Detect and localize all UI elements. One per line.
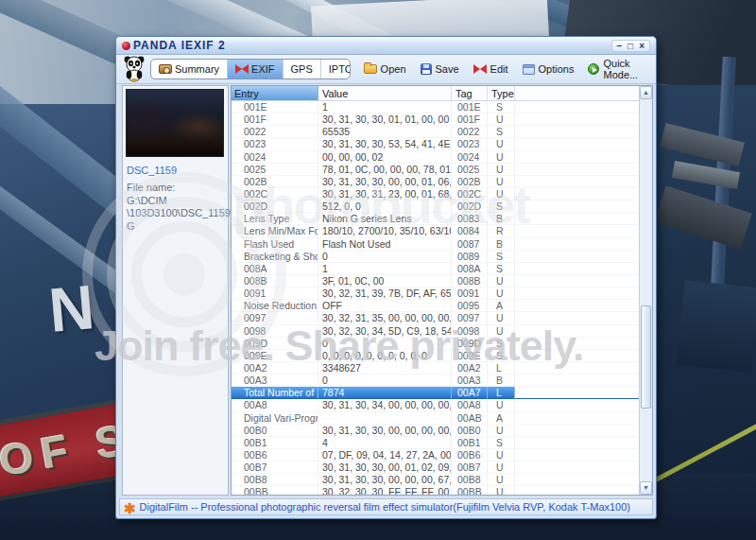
table-row[interactable]: 00B030, 31, 30, 30, 00, 00, 00, 00, 00, … [232,425,639,437]
cell-value: 0 [318,251,452,263]
cell-value: 4 [318,437,452,449]
cell-filler [515,338,639,350]
table-row[interactable]: 002C30, 31, 30, 31, 23, 00, 01, 68, 00, … [232,188,639,200]
cell-filler [515,325,639,338]
table-row[interactable]: 001F30, 31, 30, 30, 01, 01, 00, 00001FU [232,113,639,126]
cell-type: B [488,238,515,251]
cell-entry: Noise Reduction [232,300,318,312]
cell-filler [515,126,639,138]
cell-entry: 008B [232,275,318,287]
table-row[interactable]: Lens Min/Max Foc...180/10, 2700/10, 35/1… [232,225,639,237]
cell-tag: 00B6 [452,449,488,462]
table-row[interactable]: 00A3000A3B [232,375,639,387]
cell-tag: 00A3 [452,375,488,387]
cell-value: 30, 31, 30, 30, 00, 00, 00, 67, 04, ... [318,474,452,486]
cell-type: U [488,449,515,462]
save-button[interactable]: Save [421,63,459,75]
cell-filler [515,238,639,251]
table-row[interactable]: 008B3F, 01, 0C, 00008BU [232,275,639,287]
column-header-tag[interactable]: Tag [452,86,488,100]
cell-filler [515,176,639,188]
cell-filler [515,101,639,113]
table-row[interactable]: 002D512, 0, 0002DS [232,200,639,213]
table-row[interactable]: 00B607, DF, 09, 04, 14, 27, 2A, 0000B6U [232,449,639,462]
cell-filler [515,362,639,375]
cell-type: U [488,176,515,188]
cell-value: 30, 32, 30, 30, FF, FF, FF, 00 [318,486,452,495]
tab-gps[interactable]: GPS [284,60,321,78]
cell-filler [515,399,639,411]
table-row[interactable]: 00A830, 31, 30, 34, 00, 00, 00, 00, 00, … [232,399,639,411]
tab-iptc[interactable]: IPTC [321,60,351,78]
edit-button[interactable]: Edit [473,63,508,75]
scrollbar-thumb[interactable] [641,305,651,409]
table-row[interactable]: 00B1400B1S [232,437,639,449]
cell-entry: 0024 [232,151,318,164]
cell-tag: 009E [452,350,488,362]
vertical-scrollbar[interactable]: ▲ ▼ [639,86,652,495]
tab-summary[interactable]: Summary [151,60,228,78]
cell-type: S [488,126,515,138]
open-button[interactable]: Open [364,63,406,75]
cell-entry: 00A8 [232,399,318,411]
table-row[interactable]: 009E0, 0, 0, 0, 0, 0, 0, 0, 0, 0009ES [232,350,639,362]
side-panel: DSC_1159 File name:G:\DCIM\103D3100\DSC_… [122,85,229,496]
table-row[interactable]: 0022655350022S [232,126,639,138]
cell-filler [515,387,639,399]
cell-filler [515,486,639,495]
table-row[interactable]: 008A1008AS [232,263,639,275]
cell-value: 180/10, 2700/10, 35/10, 63/10 [318,225,452,237]
cell-value: Nikon G series Lens [318,213,452,225]
cell-type: B [488,375,515,387]
table-row[interactable]: 001E1001ES [232,101,639,113]
table-body: 001E1001ES001F30, 31, 30, 30, 01, 01, 00… [232,101,639,495]
table-row[interactable]: 002578, 01, 0C, 00, 00, 00, 78, 01, 0C, … [232,164,639,176]
table-row[interactable]: 009130, 32, 31, 39, 7B, DF, AF, 65, 73, … [232,287,639,300]
cell-entry: 0022 [232,126,318,138]
scroll-down-icon[interactable]: ▼ [640,481,652,495]
column-header-entry[interactable]: Entry [232,86,318,100]
quick-mode-button[interactable]: Quick Mode... [588,58,652,80]
table-row[interactable]: Total Number of S...787400A7L [232,387,639,399]
table-row[interactable]: 002B30, 31, 30, 30, 00, 00, 01, 06, 00, … [232,176,639,188]
close-button[interactable]: × [639,41,644,51]
options-button[interactable]: Options [523,63,575,75]
table-row[interactable]: 002330, 31, 30, 30, 53, 54, 41, 4E, 44, … [232,138,639,150]
scroll-up-icon[interactable]: ▲ [640,86,652,99]
table-row[interactable]: Digital Vari-Program00ABA [232,412,639,425]
quick-mode-icon [588,63,599,75]
minimize-button[interactable]: – [617,41,623,51]
cell-entry: 002C [232,188,318,200]
maximize-button[interactable]: □ [627,41,633,51]
table-row[interactable]: Lens TypeNikon G series Lens0083B [232,213,639,225]
table-row[interactable]: 002400, 00, 00, 020024U [232,151,639,164]
screenshot-stage: N OF SC PANDA IEXIF 2 – □ × [0,0,756,540]
tab-exif[interactable]: EXIF [228,60,283,78]
cell-tag: 00B8 [452,474,488,486]
cell-filler [515,437,639,449]
table-row[interactable]: Flash UsedFlash Not Used0087B [232,238,639,251]
title-bar[interactable]: PANDA IEXIF 2 – □ × [116,37,656,55]
cell-tag: 0023 [452,138,488,150]
table-row[interactable]: 00BB30, 32, 30, 30, FF, FF, FF, 0000BBU [232,486,639,495]
column-header-type[interactable]: Type [488,86,515,100]
table-row[interactable]: Bracketing & Shoo...00089S [232,251,639,263]
table-row[interactable]: 009830, 32, 30, 34, 5D, C9, 18, 54, 32, … [232,325,639,338]
table-row[interactable]: Noise ReductionOFF0095A [232,300,639,312]
exif-icon [235,64,249,74]
table-row[interactable]: 009D0009DS [232,338,639,350]
table-row[interactable]: 00B730, 31, 30, 30, 00, 01, 02, 09, 00, … [232,462,639,474]
background-machinery [677,280,756,373]
scrollbar-track[interactable] [640,99,652,481]
cell-entry: 00B8 [232,474,318,486]
cell-entry: 001F [232,113,318,126]
cell-type: U [488,325,515,338]
cell-value [318,412,452,425]
table-row[interactable]: 00B830, 31, 30, 30, 00, 00, 00, 67, 04, … [232,474,639,486]
table-row[interactable]: 009730, 32, 31, 35, 00, 00, 00, 00, 00, … [232,312,639,324]
table-row[interactable]: 00A2334862700A2L [232,362,639,375]
cell-tag: 002B [452,176,488,188]
column-header-value[interactable]: Value [318,86,452,100]
cell-type: U [488,462,515,474]
thumbnail-image[interactable] [126,89,224,157]
